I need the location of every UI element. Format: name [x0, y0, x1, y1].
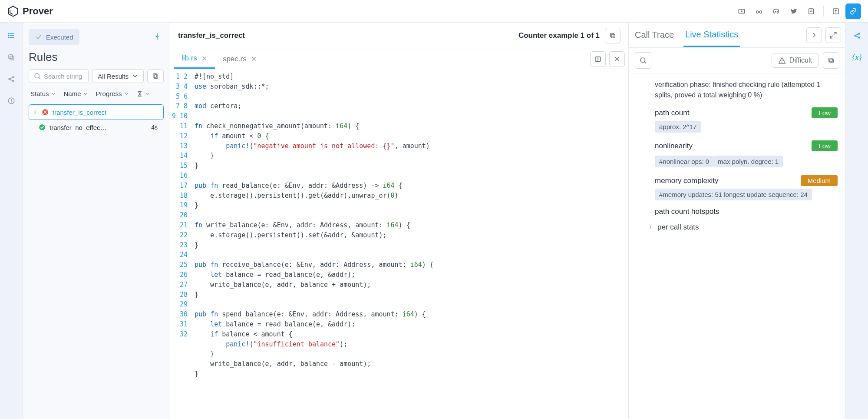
- editor-tabs: lib.rs✕spec.rs✕: [170, 49, 628, 69]
- stats-search-icon[interactable]: [635, 52, 651, 69]
- svg-point-3: [756, 10, 759, 13]
- col-name[interactable]: Name: [64, 90, 88, 97]
- next-icon[interactable]: [806, 27, 822, 43]
- hourglass-icon: [137, 91, 143, 97]
- variable-icon[interactable]: {x}: [849, 50, 865, 65]
- file-tab[interactable]: lib.rs✕: [174, 49, 215, 69]
- svg-line-53: [856, 34, 858, 35]
- file-tab[interactable]: spec.rs✕: [215, 49, 264, 69]
- code-editor[interactable]: 1 2 3 4 5 6 7 8 9 10 11 12 13 14 15 16 1…: [170, 69, 628, 419]
- svg-point-4: [759, 10, 762, 13]
- search-icon: [33, 72, 41, 80]
- svg-point-47: [782, 62, 782, 62]
- svg-point-16: [8, 37, 9, 38]
- check-icon: [35, 33, 43, 41]
- stat-chip: max polyn. degree: 1: [713, 156, 783, 167]
- pin-icon[interactable]: [151, 30, 164, 44]
- rules-panel: Executed Rules Search string All Results…: [23, 23, 170, 419]
- col-progress[interactable]: Progress: [96, 90, 129, 97]
- list-icon[interactable]: [3, 28, 19, 43]
- rule-item[interactable]: transfer_no_effec…4s: [29, 120, 164, 135]
- app-name: Prover: [23, 6, 53, 17]
- svg-rect-31: [153, 74, 157, 77]
- search-input[interactable]: Search string: [29, 69, 89, 83]
- logo-icon: [7, 5, 19, 17]
- logo: Prover: [7, 5, 53, 17]
- svg-line-29: [39, 77, 40, 79]
- right-rail: {x}: [845, 23, 868, 419]
- twitter-icon[interactable]: [786, 3, 802, 19]
- chevron-down-icon: [132, 73, 138, 79]
- stat-block: nonlinearityLow#nonlinear ops: 0max poly…: [637, 140, 838, 167]
- rules-list: transfer_is_correcttransfer_no_effec…4s: [29, 104, 164, 135]
- live-stats-panel: Call Trace Live Statistics Difficult ver…: [628, 23, 845, 419]
- success-icon: [38, 123, 46, 131]
- stat-chip: #nonlinear ops: 0: [655, 156, 713, 167]
- warning-icon: [778, 57, 786, 64]
- left-rail: [0, 23, 23, 419]
- column-headers: Status Name Progress: [29, 88, 164, 99]
- discord-icon[interactable]: [769, 3, 784, 19]
- svg-point-35: [39, 124, 45, 130]
- close-tab-icon[interactable]: ✕: [201, 54, 207, 63]
- stat-label: memory complexity: [655, 176, 718, 185]
- difficult-button[interactable]: Difficult: [772, 53, 818, 68]
- svg-rect-37: [611, 33, 614, 37]
- glasses-icon[interactable]: [751, 3, 767, 19]
- svg-point-15: [8, 35, 9, 36]
- svg-rect-17: [10, 56, 14, 60]
- svg-rect-48: [830, 59, 833, 63]
- stat-block: memory complexityMedium#memory updates: …: [637, 175, 838, 200]
- svg-point-5: [775, 11, 776, 12]
- close-tab-icon[interactable]: ✕: [251, 55, 257, 63]
- svg-line-43: [830, 36, 832, 38]
- col-hourglass[interactable]: [137, 90, 150, 97]
- col-status[interactable]: Status: [30, 90, 56, 97]
- stat-chip: approx. 2^17: [655, 121, 701, 133]
- link-icon[interactable]: [845, 3, 861, 19]
- rule-time: 4s: [151, 124, 160, 131]
- copy-center-button[interactable]: [605, 28, 620, 43]
- per-call-stats[interactable]: per call stats: [637, 223, 838, 232]
- close-editor-icon[interactable]: [609, 51, 625, 67]
- tab-live-statistics[interactable]: Live Statistics: [683, 23, 740, 47]
- stat-label: path count: [655, 109, 689, 117]
- executed-badge: Executed: [29, 29, 79, 45]
- info-icon[interactable]: [3, 93, 19, 109]
- share-right-icon[interactable]: [849, 28, 865, 43]
- expand-icon[interactable]: [825, 27, 841, 43]
- video-icon[interactable]: [734, 3, 749, 19]
- stat-badge: Low: [812, 140, 838, 151]
- svg-line-22: [10, 77, 13, 79]
- stat-chip: #memory updates: 51 longest update seque…: [655, 189, 812, 200]
- export-icon[interactable]: [828, 3, 844, 19]
- split-view-icon[interactable]: [590, 51, 606, 67]
- hotspots-label: path count hotspots: [655, 207, 719, 216]
- chevron-right-icon: [648, 225, 653, 230]
- tab-call-trace[interactable]: Call Trace: [633, 24, 676, 46]
- svg-point-14: [8, 33, 9, 34]
- rule-item[interactable]: transfer_is_correct: [29, 104, 164, 120]
- share-icon[interactable]: [3, 71, 19, 87]
- svg-point-6: [777, 11, 778, 12]
- rule-name: transfer_is_correct: [53, 109, 160, 116]
- counter-example-label: Counter example 1 of 1: [518, 31, 600, 40]
- copy-icon[interactable]: [3, 50, 19, 65]
- svg-line-42: [834, 32, 836, 34]
- svg-marker-2: [741, 10, 743, 12]
- svg-line-45: [644, 62, 646, 63]
- svg-rect-36: [611, 34, 615, 38]
- svg-rect-18: [9, 55, 13, 59]
- filter-dropdown[interactable]: All Results: [92, 69, 144, 83]
- error-icon: [41, 108, 49, 116]
- copy-rules-button[interactable]: [147, 69, 164, 83]
- svg-line-54: [856, 36, 858, 37]
- rule-name: transfer_no_effec…: [50, 124, 148, 131]
- stat-block: path countLowapprox. 2^17: [637, 107, 838, 133]
- topbar: Prover: [0, 0, 868, 23]
- svg-rect-49: [829, 58, 832, 62]
- book-icon[interactable]: [803, 3, 819, 19]
- copy-stats-button[interactable]: [823, 52, 839, 69]
- rule-title: transfer_is_correct: [178, 31, 245, 40]
- topbar-icons: [734, 3, 861, 19]
